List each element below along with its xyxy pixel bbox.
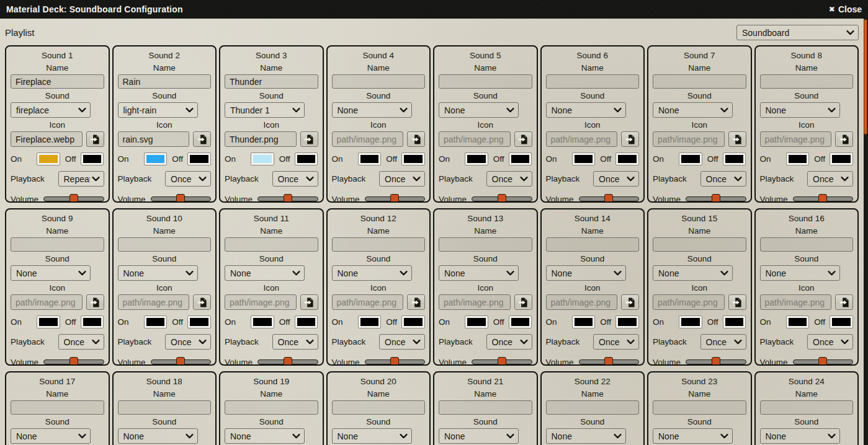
name-input[interactable] — [546, 237, 640, 252]
sound-select[interactable]: None — [439, 102, 519, 118]
playback-select[interactable]: Once — [807, 334, 853, 350]
name-input[interactable] — [118, 74, 212, 89]
volume-slider[interactable] — [793, 193, 853, 203]
off-color-picker[interactable] — [81, 315, 104, 328]
file-picker-button[interactable] — [835, 131, 853, 147]
name-input[interactable] — [11, 400, 104, 415]
scrollbar-thumb[interactable] — [864, 19, 867, 134]
playback-select[interactable]: Once — [593, 334, 639, 350]
sound-select[interactable]: None — [439, 265, 519, 281]
file-picker-button[interactable] — [407, 294, 425, 310]
playback-select[interactable]: Once — [379, 334, 425, 350]
playback-select[interactable]: Once — [165, 171, 211, 187]
volume-slider[interactable] — [686, 356, 746, 366]
volume-slider[interactable] — [365, 193, 425, 203]
playback-select[interactable]: Once — [272, 334, 318, 350]
name-input[interactable] — [118, 237, 212, 252]
playback-select[interactable]: Once — [272, 171, 318, 187]
file-picker-button[interactable] — [621, 294, 639, 310]
sound-select[interactable]: None — [11, 265, 91, 281]
scrollbar-track[interactable] — [864, 19, 868, 445]
off-color-picker[interactable] — [830, 315, 853, 328]
off-color-picker[interactable] — [509, 315, 532, 328]
off-color-picker[interactable] — [723, 315, 746, 328]
sound-select[interactable]: None — [332, 428, 412, 444]
off-color-picker[interactable] — [830, 152, 853, 165]
name-input[interactable] — [546, 400, 640, 415]
playback-select[interactable]: Once — [700, 171, 746, 187]
sound-select[interactable]: None — [653, 102, 733, 118]
name-input[interactable] — [439, 400, 532, 415]
on-color-picker[interactable] — [358, 152, 382, 165]
volume-slider[interactable] — [579, 356, 639, 366]
sound-select[interactable]: None — [653, 265, 733, 281]
sound-select[interactable]: None — [225, 428, 305, 444]
off-color-picker[interactable] — [401, 152, 425, 165]
playback-select[interactable]: Once — [58, 334, 104, 350]
icon-path-input[interactable] — [11, 131, 83, 147]
name-input[interactable] — [760, 74, 854, 89]
sound-select[interactable]: None — [760, 428, 840, 444]
file-picker-button[interactable] — [728, 294, 746, 310]
off-color-picker[interactable] — [295, 315, 318, 328]
volume-slider[interactable] — [151, 356, 211, 366]
volume-slider[interactable] — [43, 193, 104, 203]
on-color-picker[interactable] — [572, 152, 596, 165]
volume-slider[interactable] — [472, 193, 532, 203]
sound-select[interactable]: fireplace — [11, 102, 91, 118]
name-input[interactable] — [332, 237, 426, 252]
volume-slider[interactable] — [43, 356, 104, 366]
off-color-picker[interactable] — [615, 152, 639, 165]
name-input[interactable] — [332, 74, 426, 89]
file-picker-button[interactable] — [407, 131, 425, 147]
playback-select[interactable]: Once — [486, 171, 532, 187]
file-picker-button[interactable] — [835, 294, 853, 310]
icon-path-input[interactable] — [653, 294, 725, 310]
on-color-picker[interactable] — [679, 315, 702, 328]
on-color-picker[interactable] — [251, 152, 274, 165]
sound-select[interactable]: None — [546, 265, 626, 281]
sound-select[interactable]: Thunder 1 — [225, 102, 305, 118]
on-color-picker[interactable] — [786, 152, 810, 165]
sound-select[interactable]: None — [760, 102, 840, 118]
on-color-picker[interactable] — [465, 315, 488, 328]
on-color-picker[interactable] — [37, 152, 60, 165]
file-picker-button[interactable] — [193, 294, 211, 310]
volume-slider[interactable] — [579, 193, 639, 203]
icon-path-input[interactable] — [439, 131, 511, 147]
on-color-picker[interactable] — [679, 152, 702, 165]
name-input[interactable] — [439, 74, 532, 89]
file-picker-button[interactable] — [514, 294, 532, 310]
icon-path-input[interactable] — [546, 131, 618, 147]
name-input[interactable] — [760, 237, 854, 252]
playback-select[interactable]: Once — [379, 171, 425, 187]
off-color-picker[interactable] — [723, 152, 746, 165]
volume-slider[interactable] — [686, 193, 746, 203]
on-color-picker[interactable] — [465, 152, 488, 165]
name-input[interactable] — [332, 400, 426, 415]
icon-path-input[interactable] — [760, 131, 832, 147]
playback-select[interactable]: Once — [165, 334, 211, 350]
off-color-picker[interactable] — [509, 152, 532, 165]
on-color-picker[interactable] — [144, 315, 168, 328]
playback-select[interactable]: Repeat — [58, 171, 104, 187]
playback-select[interactable]: Once — [593, 171, 639, 187]
close-button[interactable]: ✖ Close — [829, 4, 862, 14]
file-picker-button[interactable] — [300, 131, 318, 147]
sound-select[interactable]: None — [439, 428, 519, 444]
name-input[interactable] — [653, 400, 746, 415]
sound-select[interactable]: light-rain — [118, 102, 198, 118]
off-color-picker[interactable] — [187, 152, 211, 165]
volume-slider[interactable] — [472, 356, 532, 366]
name-input[interactable] — [118, 400, 212, 415]
on-color-picker[interactable] — [144, 152, 168, 165]
file-picker-button[interactable] — [193, 131, 211, 147]
icon-path-input[interactable] — [653, 131, 725, 147]
on-color-picker[interactable] — [37, 315, 60, 328]
name-input[interactable] — [546, 74, 640, 89]
icon-path-input[interactable] — [546, 294, 618, 310]
file-picker-button[interactable] — [86, 131, 104, 147]
file-picker-button[interactable] — [86, 294, 104, 310]
off-color-picker[interactable] — [401, 315, 425, 328]
on-color-picker[interactable] — [786, 315, 810, 328]
